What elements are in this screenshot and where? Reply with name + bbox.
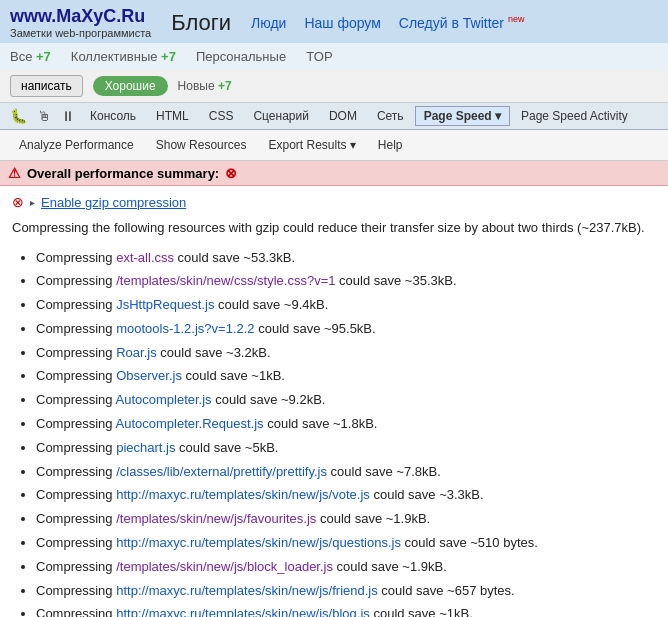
site-header: www.MaXyC.Ru Заметки web-программиста Бл… xyxy=(0,0,668,43)
nav-all[interactable]: Все +7 xyxy=(10,49,51,64)
resource-link[interactable]: mootools-1.2.js?v=1.2.2 xyxy=(116,321,254,336)
horoshie-button[interactable]: Хорошие xyxy=(93,76,168,96)
nav-top[interactable]: TOP xyxy=(306,49,333,64)
list-item: Compressing JsHttpRequest.js could save … xyxy=(36,295,656,316)
warning-icon: ⚠ xyxy=(8,165,21,181)
novye-badge: +7 xyxy=(218,79,232,93)
list-item: Compressing http://maxyc.ru/templates/sk… xyxy=(36,485,656,506)
tab-dom[interactable]: DOM xyxy=(320,106,366,126)
resource-link[interactable]: http://maxyc.ru/templates/skin/new/js/bl… xyxy=(116,606,370,617)
resource-link[interactable]: /classes/lib/external/prettify/prettify.… xyxy=(116,464,327,479)
resource-link[interactable]: Autocompleter.Request.js xyxy=(115,416,263,431)
list-item: Compressing /templates/skin/new/js/block… xyxy=(36,557,656,578)
resource-link[interactable]: JsHttpRequest.js xyxy=(116,297,214,312)
resource-link[interactable]: /templates/skin/new/js/block_loader.js xyxy=(116,559,333,574)
list-item: Compressing Autocompleter.js could save … xyxy=(36,390,656,411)
tab-script[interactable]: Сценарий xyxy=(244,106,317,126)
resource-link[interactable]: http://maxyc.ru/templates/skin/new/js/vo… xyxy=(116,487,370,502)
resource-link[interactable]: Roar.js xyxy=(116,345,156,360)
help-button[interactable]: Help xyxy=(367,134,414,156)
header-nav: Люди Наш форум Следуй в Twitter new xyxy=(251,14,524,31)
ps-toolbar: Analyze Performance Show Resources Expor… xyxy=(0,130,668,161)
resource-link[interactable]: /templates/skin/new/css/style.css?v=1 xyxy=(116,273,335,288)
nav-twitter[interactable]: Следуй в Twitter new xyxy=(399,14,525,31)
buttons-row: написать Хорошие Новые +7 xyxy=(0,70,668,103)
list-item: Compressing mootools-1.2.js?v=1.2.2 coul… xyxy=(36,319,656,340)
gzip-description: Compressing the following resources with… xyxy=(12,218,656,238)
novye-label: Новые +7 xyxy=(178,79,232,93)
tab-console[interactable]: Консоль xyxy=(81,106,145,126)
enable-gzip-row: ⊗ ▸ Enable gzip compression xyxy=(12,194,656,210)
nav-people[interactable]: Люди xyxy=(251,15,286,31)
content-nav-bar: Все +7 Коллективные +7 Персональные TOP xyxy=(0,43,668,70)
site-subtitle: Заметки web-программиста xyxy=(10,27,151,39)
tab-css[interactable]: CSS xyxy=(200,106,243,126)
resource-link[interactable]: /templates/skin/new/js/favourites.js xyxy=(116,511,316,526)
devtools-toolbar: 🐛 🖱 ⏸ Консоль HTML CSS Сценарий DOM Сеть… xyxy=(0,103,668,130)
perf-summary-header: ⚠ Overall performance summary: ⊗ xyxy=(0,161,668,186)
site-title: www.MaXyC.Ru xyxy=(10,6,151,27)
content-area: ⊗ ▸ Enable gzip compression Compressing … xyxy=(0,186,668,617)
list-item: Compressing http://maxyc.ru/templates/sk… xyxy=(36,533,656,554)
tab-network[interactable]: Сеть xyxy=(368,106,413,126)
resource-link[interactable]: http://maxyc.ru/templates/skin/new/js/qu… xyxy=(116,535,401,550)
list-item: Compressing /templates/skin/new/css/styl… xyxy=(36,271,656,292)
nav-personal[interactable]: Персональные xyxy=(196,49,286,64)
perf-summary-title: Overall performance summary: xyxy=(27,166,219,181)
resource-list: Compressing ext-all.css could save ~53.3… xyxy=(12,248,656,618)
nav-forum[interactable]: Наш форум xyxy=(304,15,380,31)
tab-page-speed-activity[interactable]: Page Speed Activity xyxy=(512,106,637,126)
site-branding: www.MaXyC.Ru Заметки web-программиста xyxy=(10,6,151,39)
resource-link[interactable]: piechart.js xyxy=(116,440,175,455)
resource-link[interactable]: http://maxyc.ru/templates/skin/new/js/fr… xyxy=(116,583,378,598)
resource-link[interactable]: Autocompleter.js xyxy=(115,392,211,407)
error-icon: ⊗ xyxy=(225,165,237,181)
list-item: Compressing http://maxyc.ru/templates/sk… xyxy=(36,604,656,617)
list-item: Compressing Autocompleter.Request.js cou… xyxy=(36,414,656,435)
tab-page-speed[interactable]: Page Speed ▾ xyxy=(415,106,510,126)
blogs-label: Блоги xyxy=(171,10,231,36)
analyze-performance-button[interactable]: Analyze Performance xyxy=(8,134,145,156)
show-resources-button[interactable]: Show Resources xyxy=(145,134,258,156)
resource-link[interactable]: ext-all.css xyxy=(116,250,174,265)
twitter-new-badge: new xyxy=(508,14,525,24)
list-item: Compressing Roar.js could save ~3.2kB. xyxy=(36,343,656,364)
split-icon: ⏸ xyxy=(57,107,79,125)
list-item: Compressing Observer.js could save ~1kB. xyxy=(36,366,656,387)
list-item: Compressing /classes/lib/external/pretti… xyxy=(36,462,656,483)
bug-icon: 🐛 xyxy=(6,107,31,125)
export-results-button[interactable]: Export Results ▾ xyxy=(257,134,366,156)
gzip-warn-icon: ⊗ xyxy=(12,194,24,210)
resource-link[interactable]: Observer.js xyxy=(116,368,182,383)
list-item: Compressing /templates/skin/new/js/favou… xyxy=(36,509,656,530)
expand-icon[interactable]: ▸ xyxy=(30,197,35,208)
inspect-icon: 🖱 xyxy=(33,107,55,125)
nav-collective[interactable]: Коллективные +7 xyxy=(71,49,176,64)
list-item: Compressing http://maxyc.ru/templates/sk… xyxy=(36,581,656,602)
list-item: Compressing ext-all.css could save ~53.3… xyxy=(36,248,656,269)
list-item: Compressing piechart.js could save ~5kB. xyxy=(36,438,656,459)
enable-gzip-link[interactable]: Enable gzip compression xyxy=(41,195,186,210)
napisat-button[interactable]: написать xyxy=(10,75,83,97)
tab-html[interactable]: HTML xyxy=(147,106,198,126)
